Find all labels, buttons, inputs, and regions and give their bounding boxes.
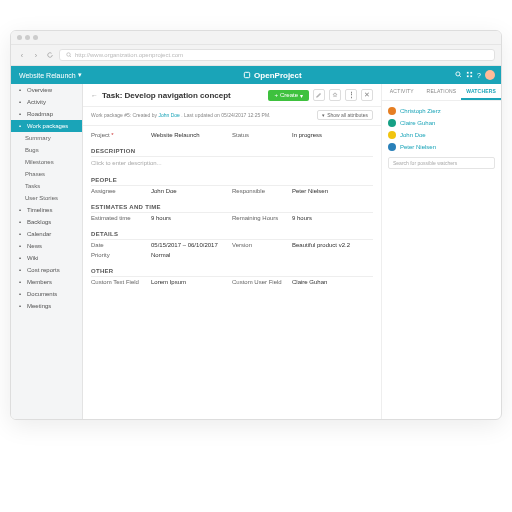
chevron-down-icon: ▾ <box>300 92 303 99</box>
nav-icon: • <box>17 219 23 225</box>
brand-bar: Website Relaunch ▾ OpenProject ? <box>11 66 501 84</box>
sidebar-item-summary[interactable]: Summary <box>11 132 82 144</box>
reload-button[interactable] <box>45 50 55 60</box>
traffic-light-max[interactable] <box>33 35 38 40</box>
chevron-down-icon: ▾ <box>78 71 82 79</box>
sidebar-item-timelines[interactable]: •Timelines <box>11 204 82 216</box>
create-button[interactable]: + Create ▾ <box>268 90 309 101</box>
author-link[interactable]: John Doe <box>158 112 179 118</box>
show-all-label: Show all attributes <box>327 112 368 118</box>
sidebar-item-milestones[interactable]: Milestones <box>11 156 82 168</box>
date-value[interactable]: 05/15/2017 – 06/10/2017 <box>151 242 232 248</box>
watcher-avatar <box>388 119 396 127</box>
watcher-avatar <box>388 143 396 151</box>
watcher-row[interactable]: Peter Nielsen <box>388 141 495 153</box>
url-field[interactable]: http://www.organization.openproject.com <box>59 49 495 61</box>
watcher-search-input[interactable]: Search for possible watchers <box>388 157 495 169</box>
traffic-light-close[interactable] <box>17 35 22 40</box>
status-label: Status <box>232 132 292 138</box>
meta-suffix: . Last updated on 05/24/2017 12:25 PM. <box>181 112 270 118</box>
sidebar-item-bugs[interactable]: Bugs <box>11 144 82 156</box>
description-input[interactable]: Click to enter description... <box>91 157 373 169</box>
sidebar-item-work-packages[interactable]: •Work packages <box>11 120 82 132</box>
priority-value[interactable]: Normal <box>151 252 232 258</box>
custom-text-value[interactable]: Lorem Ipsum <box>151 279 232 285</box>
sidebar-item-label: Work packages <box>27 123 68 129</box>
date-label: Date <box>91 242 151 248</box>
sidebar-item-documents[interactable]: •Documents <box>11 288 82 300</box>
nav-icon: • <box>17 279 23 285</box>
more-button[interactable]: ⋮ <box>345 89 357 101</box>
est-time-value[interactable]: 9 hours <box>151 215 232 221</box>
status-value[interactable]: In progress <box>292 132 373 138</box>
tab-relations[interactable]: RELATIONS <box>422 84 462 100</box>
svg-rect-8 <box>470 75 472 77</box>
project-selector[interactable]: Website Relaunch ▾ <box>11 71 90 79</box>
sidebar-item-overview[interactable]: •Overview <box>11 84 82 96</box>
responsible-value[interactable]: Peter Nielsen <box>292 188 373 194</box>
watcher-row[interactable]: John Doe <box>388 129 495 141</box>
project-label: Project <box>91 132 151 138</box>
sidebar-item-label: Calendar <box>27 231 51 237</box>
sidebar-item-label: User Stories <box>25 195 58 201</box>
show-all-attributes[interactable]: ▾ Show all attributes <box>317 110 373 120</box>
custom-user-value[interactable]: Claire Guhan <box>292 279 373 285</box>
version-value[interactable]: Beautiful product v2.2 <box>292 242 373 248</box>
sidebar-item-calendar[interactable]: •Calendar <box>11 228 82 240</box>
watcher-row[interactable]: Christoph Zierz <box>388 105 495 117</box>
user-avatar[interactable] <box>485 70 495 80</box>
sidebar-item-members[interactable]: •Members <box>11 276 82 288</box>
tab-watchers[interactable]: WATCHERS <box>461 84 501 100</box>
modules-icon[interactable] <box>466 71 473 79</box>
svg-point-3 <box>456 72 460 76</box>
chevron-down-icon: ▾ <box>322 112 325 118</box>
logo-icon <box>243 71 251 79</box>
brand-logo[interactable]: OpenProject <box>90 71 455 80</box>
custom-user-label: Custom User Field <box>232 279 292 285</box>
close-button[interactable]: ✕ <box>361 89 373 101</box>
sidebar-item-tasks[interactable]: Tasks <box>11 180 82 192</box>
sidebar-item-backlogs[interactable]: •Backlogs <box>11 216 82 228</box>
nav-icon: • <box>17 291 23 297</box>
remaining-value[interactable]: 9 hours <box>292 215 373 221</box>
sidebar-item-label: News <box>27 243 42 249</box>
watcher-name: Christoph Zierz <box>400 108 441 114</box>
sidebar-item-roadmap[interactable]: •Roadmap <box>11 108 82 120</box>
watcher-row[interactable]: Claire Guhan <box>388 117 495 129</box>
edit-button[interactable] <box>313 89 325 101</box>
nav-icon: • <box>17 111 23 117</box>
watchers-list: Christoph ZierzClaire GuhanJohn DoePeter… <box>382 101 501 173</box>
tab-activity[interactable]: ACTIVITY <box>382 84 422 100</box>
sidebar-item-activity[interactable]: •Activity <box>11 96 82 108</box>
sidebar-item-label: Meetings <box>27 303 51 309</box>
back-button[interactable]: ‹ <box>17 50 27 60</box>
back-arrow-icon[interactable]: ← <box>91 92 98 99</box>
sidebar-item-wiki[interactable]: •Wiki <box>11 252 82 264</box>
nav-icon: • <box>17 303 23 309</box>
sidebar-item-label: Phases <box>25 171 45 177</box>
watcher-avatar <box>388 107 396 115</box>
sidebar-item-meetings[interactable]: •Meetings <box>11 300 82 312</box>
sidebar-item-user-stories[interactable]: User Stories <box>11 192 82 204</box>
help-icon[interactable]: ? <box>477 72 481 79</box>
sidebar-item-cost-reports[interactable]: •Cost reports <box>11 264 82 276</box>
svg-rect-2 <box>244 72 249 77</box>
forward-button[interactable]: › <box>31 50 41 60</box>
search-icon[interactable] <box>455 71 462 79</box>
browser-toolbar: ‹ › http://www.organization.openproject.… <box>11 45 501 66</box>
sidebar-item-phases[interactable]: Phases <box>11 168 82 180</box>
project-selector-label: Website Relaunch <box>19 72 76 79</box>
watch-button[interactable] <box>329 89 341 101</box>
side-panel: ACTIVITYRELATIONSWATCHERS Christoph Zier… <box>381 84 501 419</box>
section-other: OTHER <box>91 263 373 277</box>
brand-name: OpenProject <box>254 71 302 80</box>
nav-icon: • <box>17 87 23 93</box>
traffic-light-min[interactable] <box>25 35 30 40</box>
sidebar-item-label: Activity <box>27 99 46 105</box>
sidebar-item-news[interactable]: •News <box>11 240 82 252</box>
sidebar: •Overview•Activity•Roadmap•Work packages… <box>11 84 83 419</box>
watcher-name: Peter Nielsen <box>400 144 436 150</box>
project-value[interactable]: Website Relaunch <box>151 132 232 138</box>
nav-icon: • <box>17 123 23 129</box>
assignee-value[interactable]: John Doe <box>151 188 232 194</box>
